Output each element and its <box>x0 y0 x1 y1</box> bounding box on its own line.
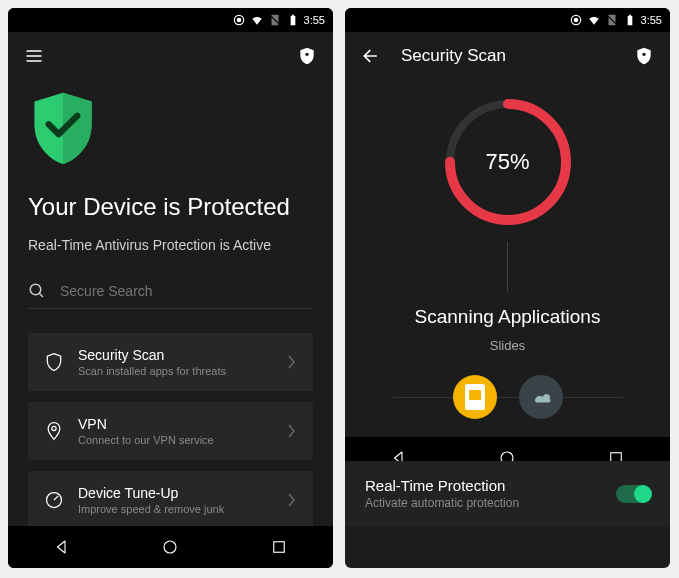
svg-point-1 <box>237 18 241 22</box>
card-sub: Scan installed apps for threats <box>78 365 273 377</box>
rtp-card: Real-Time Protection Activate automatic … <box>345 461 670 526</box>
phone-scan: 3:55 Security Scan 75% Scanning Applicat… <box>345 8 670 568</box>
scan-content: 75% Scanning Applications Slides <box>345 92 670 437</box>
svg-point-12 <box>52 426 56 430</box>
rtp-title: Real-Time Protection <box>365 477 616 494</box>
svg-rect-4 <box>290 16 295 25</box>
home-content: Your Device is Protected Real-Time Antiv… <box>8 80 333 526</box>
location-icon <box>44 421 64 441</box>
current-app-name: Slides <box>490 338 525 353</box>
card-security-scan[interactable]: Security Scan Scan installed apps for th… <box>28 333 313 391</box>
hamburger-icon[interactable] <box>24 46 44 66</box>
search-input[interactable] <box>60 283 313 299</box>
svg-point-22 <box>642 53 645 56</box>
app-icon-next <box>519 375 563 419</box>
battery-icon <box>286 13 300 27</box>
battery-icon <box>623 13 637 27</box>
nav-recent-icon[interactable] <box>270 538 288 556</box>
android-nav-bar <box>8 526 333 568</box>
card-title: Security Scan <box>78 347 273 363</box>
scan-header-title: Security Scan <box>401 46 506 66</box>
card-sub: Improve speed & remove junk <box>78 503 273 515</box>
status-time: 3:55 <box>304 14 325 26</box>
status-time: 3:55 <box>641 14 662 26</box>
divider-line <box>507 242 508 292</box>
app-header <box>8 32 333 80</box>
shield-outline-icon <box>44 352 64 372</box>
card-title: VPN <box>78 416 273 432</box>
svg-line-11 <box>39 293 43 297</box>
progress-percent: 75% <box>485 149 529 175</box>
svg-rect-21 <box>628 15 630 16</box>
card-tuneup[interactable]: Device Tune-Up Improve speed & remove ju… <box>28 471 313 526</box>
protected-shield-icon <box>28 90 98 170</box>
chevron-right-icon <box>287 424 297 438</box>
app-icons-row <box>453 375 563 419</box>
no-sim-icon <box>268 13 282 27</box>
rtp-toggle[interactable] <box>616 485 650 503</box>
scan-header: Security Scan <box>345 32 670 80</box>
home-title: Your Device is Protected <box>28 192 313 222</box>
card-vpn[interactable]: VPN Connect to our VPN service <box>28 402 313 460</box>
rtp-subtitle: Activate automatic protection <box>365 496 616 510</box>
svg-point-14 <box>164 541 176 553</box>
svg-point-10 <box>30 284 41 295</box>
shield-badge-icon[interactable] <box>634 46 654 66</box>
card-sub: Connect to our VPN service <box>78 434 273 446</box>
gauge-icon <box>44 490 64 510</box>
home-subtitle: Real-Time Antivirus Protection is Active <box>28 236 313 256</box>
svg-rect-20 <box>627 16 632 25</box>
target-icon <box>232 13 246 27</box>
card-title: Device Tune-Up <box>78 485 273 501</box>
app-icon-slides <box>453 375 497 419</box>
status-bar: 3:55 <box>345 8 670 32</box>
progress-ring: 75% <box>438 92 578 232</box>
phone-home: 3:55 Your Device is Protected Real-Time … <box>8 8 333 568</box>
back-arrow-icon[interactable] <box>361 46 381 66</box>
nav-back-icon[interactable] <box>53 538 71 556</box>
chevron-right-icon <box>287 355 297 369</box>
target-icon <box>569 13 583 27</box>
scanning-title: Scanning Applications <box>415 306 601 328</box>
nav-home-icon[interactable] <box>161 538 179 556</box>
svg-rect-5 <box>291 15 293 16</box>
chevron-right-icon <box>287 493 297 507</box>
status-bar: 3:55 <box>8 8 333 32</box>
svg-point-9 <box>305 53 308 56</box>
svg-point-17 <box>574 18 578 22</box>
no-sim-icon <box>605 13 619 27</box>
search-row[interactable] <box>28 282 313 309</box>
search-icon <box>28 282 46 300</box>
wifi-icon <box>587 13 601 27</box>
svg-rect-15 <box>274 542 285 553</box>
wifi-icon <box>250 13 264 27</box>
shield-badge-icon[interactable] <box>297 46 317 66</box>
